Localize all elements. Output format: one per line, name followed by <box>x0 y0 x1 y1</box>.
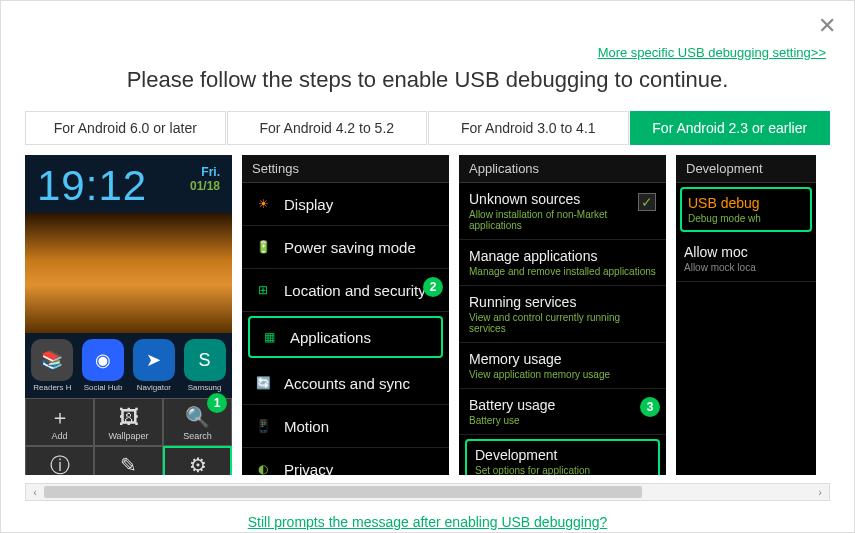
dock-app: 📚Readers H <box>31 339 73 392</box>
sync-icon: 🔄 <box>252 372 274 394</box>
android-version-tabs: For Android 6.0 or later For Android 4.2… <box>25 111 830 145</box>
home-notifications-button: ⓘNotifications <box>25 446 94 475</box>
gear-icon: ⚙ <box>166 453 229 475</box>
apps-icon: ▦ <box>258 326 280 348</box>
home-edit-button: ✎Edit <box>94 446 163 475</box>
scroll-right-arrow-icon[interactable]: › <box>811 486 829 498</box>
tab-android-3[interactable]: For Android 3.0 to 4.1 <box>428 111 629 145</box>
clock-time: 19:12 <box>37 165 147 207</box>
dock-app: ◉Social Hub <box>82 339 124 392</box>
settings-row-applications: ▦Applications <box>248 316 443 358</box>
info-icon: ⓘ <box>28 453 91 475</box>
checkbox-checked-icon: ✓ <box>638 193 656 211</box>
home-wallpaper <box>25 213 232 333</box>
settings-row-privacy: ◐Privacy <box>242 448 449 475</box>
readers-hub-icon: 📚 <box>31 339 73 381</box>
close-icon[interactable]: ✕ <box>818 13 836 39</box>
tab-android-6[interactable]: For Android 6.0 or later <box>25 111 226 145</box>
clock-day: Fri. <box>190 165 220 179</box>
step-4-panel: Development USB debugDebug mode wh Allow… <box>676 155 816 475</box>
step-3-panel: Applications Unknown sourcesAllow instal… <box>459 155 666 475</box>
dev-row-usb-debugging: USB debugDebug mode wh <box>680 187 812 232</box>
wallpaper-icon: 🖼 <box>97 405 160 429</box>
dock-app: SSamsung <box>184 339 226 392</box>
clock-date: 01/18 <box>190 179 220 193</box>
dev-row-allow-mock: Allow mocAllow mock loca <box>676 236 816 282</box>
tab-android-4-2[interactable]: For Android 4.2 to 5.2 <box>227 111 428 145</box>
home-settings-button: ⚙Settings <box>163 446 232 475</box>
apps-row-manage: Manage applicationsManage and remove ins… <box>459 240 666 286</box>
home-dock: 📚Readers H ◉Social Hub ➤Navigator SSamsu… <box>25 333 232 398</box>
step-badge-2: 2 <box>423 277 443 297</box>
apps-row-memory: Memory usageView application memory usag… <box>459 343 666 389</box>
home-add-button: ＋Add <box>25 398 94 446</box>
privacy-icon: ◐ <box>252 458 274 475</box>
step-badge-1: 1 <box>207 393 227 413</box>
scroll-left-arrow-icon[interactable]: ‹ <box>26 486 44 498</box>
home-menu-grid: ＋Add 🖼Wallpaper 🔍Search1 ⓘNotifications … <box>25 398 232 475</box>
settings-row-accounts: 🔄Accounts and sync <box>242 362 449 405</box>
apps-row-unknown-sources: Unknown sourcesAllow installation of non… <box>459 183 666 240</box>
apps-row-battery: Battery usageBattery use3 <box>459 389 666 435</box>
horizontal-scrollbar[interactable]: ‹ › <box>25 483 830 501</box>
settings-row-location: ⊞Location and security2 <box>242 269 449 312</box>
scroll-thumb[interactable] <box>44 486 642 498</box>
battery-icon: 🔋 <box>252 236 274 258</box>
settings-header: Settings <box>242 155 449 183</box>
home-wallpaper-button: 🖼Wallpaper <box>94 398 163 446</box>
development-header: Development <box>676 155 816 183</box>
step-2-panel: Settings ☀Display 🔋Power saving mode ⊞Lo… <box>242 155 449 475</box>
social-hub-icon: ◉ <box>82 339 124 381</box>
plus-icon: ＋ <box>28 405 91 429</box>
step-badge-3: 3 <box>640 397 660 417</box>
navigator-icon: ➤ <box>133 339 175 381</box>
settings-row-power: 🔋Power saving mode <box>242 226 449 269</box>
still-prompts-link[interactable]: Still prompts the message after enabling… <box>248 514 608 530</box>
more-settings-link[interactable]: More specific USB debugging setting>> <box>598 45 826 60</box>
step-1-panel: 19:12 Fri. 01/18 📚Readers H ◉Social Hub … <box>25 155 232 475</box>
dialog-heading: Please follow the steps to enable USB de… <box>25 67 830 93</box>
pencil-icon: ✎ <box>97 453 160 475</box>
phone-icon: 📱 <box>252 415 274 437</box>
dock-app: ➤Navigator <box>133 339 175 392</box>
tab-android-2-3[interactable]: For Android 2.3 or earlier <box>630 111 831 145</box>
settings-row-motion: 📱Motion <box>242 405 449 448</box>
home-statusbar: 19:12 Fri. 01/18 <box>25 155 232 213</box>
apps-row-running: Running servicesView and control current… <box>459 286 666 343</box>
applications-header: Applications <box>459 155 666 183</box>
samsung-icon: S <box>184 339 226 381</box>
steps-scroll-area: 19:12 Fri. 01/18 📚Readers H ◉Social Hub … <box>25 155 830 501</box>
home-search-button: 🔍Search1 <box>163 398 232 446</box>
settings-row-display: ☀Display <box>242 183 449 226</box>
scroll-track[interactable] <box>44 484 811 500</box>
sun-icon: ☀ <box>252 193 274 215</box>
apps-row-development: DevelopmentSet options for application d… <box>465 439 660 475</box>
grid-icon: ⊞ <box>252 279 274 301</box>
